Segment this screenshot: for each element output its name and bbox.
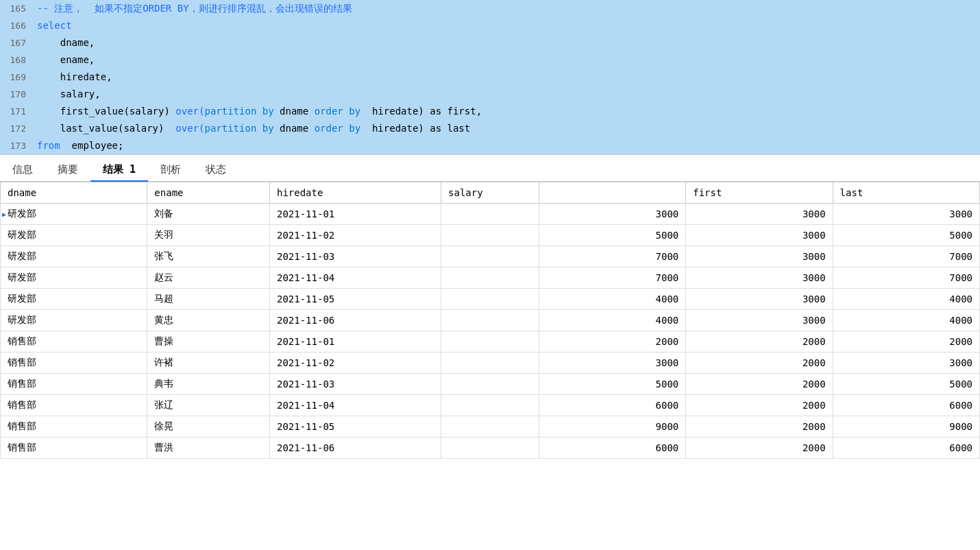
table-row: 研发部赵云2021-11-04700030007000 [1,267,980,289]
cell-first: 2000 [686,352,833,374]
col-header-spacer [539,182,685,204]
cell-salary-spacer [441,374,539,395]
cell-hiredate: 2021-11-04 [269,267,441,289]
cell-last: 5000 [833,225,979,246]
cell-first: 3000 [686,310,833,331]
cell-dname: 销售部 [1,352,147,374]
cell-last: 6000 [833,438,979,459]
cell-hiredate: 2021-11-03 [269,374,441,395]
cell-salary-spacer [441,352,539,374]
code-line-172: 172 last_value(salary) over(partition by… [0,120,980,137]
cell-ename: 黄忠 [147,310,270,331]
cell-dname: 研发部 [1,289,147,310]
line-number: 168 [0,52,34,69]
line-content: salary, [34,86,980,102]
line-number: 166 [0,18,34,34]
results-table: dnameenamehiredatesalaryfirstlast 研发部刘备2… [0,182,980,459]
table-row: 研发部刘备2021-11-01300030003000 [1,204,980,225]
cell-ename: 赵云 [147,267,270,289]
line-content: dname, [34,34,980,51]
cell-dname: 研发部 [1,267,147,289]
table-row: 销售部许褚2021-11-02300020003000 [1,352,980,374]
line-number: 170 [0,86,34,103]
table-row: 销售部曹洪2021-11-06600020006000 [1,438,980,459]
cell-salary: 9000 [539,416,685,438]
code-line-169: 169 hiredate, [0,69,980,86]
cell-hiredate: 2021-11-01 [269,204,441,225]
table-row: 销售部典韦2021-11-03500020005000 [1,374,980,395]
tabs-bar: 信息摘要结果 1剖析状态 [0,155,980,182]
cell-first: 2000 [686,395,833,416]
cell-salary: 5000 [539,374,685,395]
code-line-171: 171 first_value(salary) over(partition b… [0,103,980,120]
cell-first: 3000 [686,267,833,289]
cell-salary: 4000 [539,310,685,331]
col-header-first: first [686,182,833,204]
line-number: 167 [0,35,34,51]
cell-salary: 2000 [539,331,685,352]
table-row: 研发部黄忠2021-11-06400030004000 [1,310,980,331]
cell-ename: 徐晃 [147,416,270,438]
tab-信息[interactable]: 信息 [0,159,45,182]
cell-last: 7000 [833,267,979,289]
cell-dname: 销售部 [1,395,147,416]
cell-salary: 3000 [539,352,685,374]
cell-salary: 7000 [539,246,685,267]
cell-salary-spacer [441,225,539,246]
tab-剖析[interactable]: 剖析 [148,159,193,182]
cell-last: 9000 [833,416,979,438]
code-line-166: 166select [0,17,980,34]
cell-salary-spacer [441,267,539,289]
cell-first: 2000 [686,438,833,459]
cell-hiredate: 2021-11-06 [269,438,441,459]
line-content: hiredate, [34,69,980,85]
table-row: 销售部曹操2021-11-01200020002000 [1,331,980,352]
cell-salary-spacer [441,310,539,331]
code-line-168: 168 ename, [0,51,980,69]
cell-salary-spacer [441,416,539,438]
table-row: 研发部关羽2021-11-02500030005000 [1,225,980,246]
cell-hiredate: 2021-11-06 [269,310,441,331]
cell-first: 2000 [686,416,833,438]
cell-first: 2000 [686,374,833,395]
tab-状态[interactable]: 状态 [193,159,238,182]
line-content: from employee; [34,137,980,154]
cell-salary-spacer [441,438,539,459]
col-header-hiredate: hiredate [269,182,441,204]
cell-last: 7000 [833,246,979,267]
cell-salary: 3000 [539,204,685,225]
code-line-173: 173from employee; [0,137,980,154]
table-row: 研发部马超2021-11-05400030004000 [1,289,980,310]
code-line-165: 165-- 注意， 如果不指定ORDER BY，则进行排序混乱，会出现错误的结果 [0,0,980,17]
cell-ename: 刘备 [147,204,270,225]
cell-salary: 4000 [539,289,685,310]
cell-first: 2000 [686,331,833,352]
cell-dname: 销售部 [1,416,147,438]
code-line-167: 167 dname, [0,34,980,51]
line-content: select [34,17,980,34]
code-editor: 165-- 注意， 如果不指定ORDER BY，则进行排序混乱，会出现错误的结果… [0,0,980,155]
cell-dname: 销售部 [1,438,147,459]
cell-ename: 关羽 [147,225,270,246]
cell-dname: 销售部 [1,374,147,395]
code-line-170: 170 salary, [0,86,980,103]
col-header-ename: ename [147,182,270,204]
cell-dname: 研发部 [1,310,147,331]
cell-last: 3000 [833,204,979,225]
cell-last: 6000 [833,395,979,416]
line-content: last_value(salary) over(partition by dna… [34,120,980,136]
cell-salary: 6000 [539,395,685,416]
tab-结果 1[interactable]: 结果 1 [90,159,148,182]
line-number: 165 [0,1,34,17]
cell-hiredate: 2021-11-01 [269,331,441,352]
cell-first: 3000 [686,246,833,267]
cell-hiredate: 2021-11-05 [269,416,441,438]
cell-hiredate: 2021-11-05 [269,289,441,310]
cell-ename: 曹操 [147,331,270,352]
tab-摘要[interactable]: 摘要 [45,159,90,182]
cell-dname: 研发部 [1,204,147,225]
cell-ename: 张辽 [147,395,270,416]
cell-salary-spacer [441,395,539,416]
cell-ename: 典韦 [147,374,270,395]
cell-salary-spacer [441,289,539,310]
